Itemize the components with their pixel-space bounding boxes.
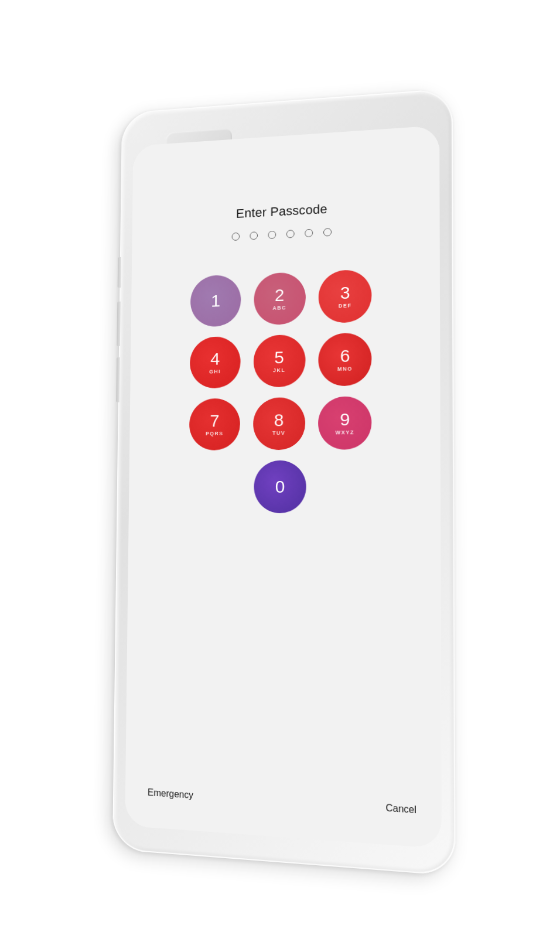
key-button-4[interactable]: 4 GHI bbox=[190, 336, 241, 389]
phone-device: Enter Passcode 1 2 ABC 3 bbox=[112, 88, 456, 876]
key-letters-6: MNO bbox=[337, 366, 353, 372]
emergency-button[interactable]: Emergency bbox=[148, 787, 193, 801]
key-letters-8: TUV bbox=[272, 430, 285, 436]
key-number-0: 0 bbox=[275, 478, 285, 496]
key-letters-5: JKL bbox=[273, 367, 285, 373]
phone-screen: Enter Passcode 1 2 ABC 3 bbox=[125, 125, 442, 849]
key-button-5[interactable]: 5 JKL bbox=[253, 334, 305, 388]
dot-5 bbox=[305, 229, 313, 237]
passcode-title: Enter Passcode bbox=[236, 202, 327, 221]
screen-content: Enter Passcode 1 2 ABC 3 bbox=[125, 125, 442, 849]
dot-3 bbox=[268, 231, 276, 239]
side-button-vol-up bbox=[117, 302, 121, 346]
dot-4 bbox=[286, 230, 295, 238]
dot-6 bbox=[323, 228, 332, 236]
dot-2 bbox=[250, 231, 258, 240]
key-number-6: 6 bbox=[340, 347, 350, 364]
key-number-5: 5 bbox=[274, 349, 284, 366]
key-letters-7: PQRS bbox=[206, 431, 223, 436]
key-button-6[interactable]: 6 MNO bbox=[319, 332, 372, 386]
key-button-3[interactable]: 3 DEF bbox=[319, 269, 372, 323]
key-number-7: 7 bbox=[210, 412, 219, 430]
passcode-dots bbox=[232, 228, 332, 241]
key-letters-9: WXYZ bbox=[336, 429, 354, 435]
side-button-vol-down bbox=[116, 357, 120, 402]
zero-row: 0 bbox=[189, 460, 375, 514]
key-letters-2: ABC bbox=[272, 305, 286, 311]
key-number-2: 2 bbox=[275, 286, 285, 304]
key-number-9: 9 bbox=[340, 411, 350, 428]
key-number-3: 3 bbox=[340, 284, 350, 302]
key-button-1[interactable]: 1 bbox=[190, 274, 241, 327]
key-button-7[interactable]: 7 PQRS bbox=[189, 398, 240, 450]
key-number-1: 1 bbox=[211, 292, 220, 310]
key-button-2[interactable]: 2 ABC bbox=[254, 272, 306, 325]
numpad: 1 2 ABC 3 DEF 4 GHI 5 JKL bbox=[189, 269, 375, 450]
key-letters-4: GHI bbox=[209, 368, 221, 374]
side-button-mute bbox=[118, 257, 121, 288]
key-letters-3: DEF bbox=[339, 303, 352, 309]
bottom-actions: Emergency Cancel bbox=[136, 787, 429, 823]
key-number-8: 8 bbox=[274, 411, 284, 429]
key-button-8[interactable]: 8 TUV bbox=[253, 397, 305, 450]
key-button-9[interactable]: 9 WXYZ bbox=[318, 396, 371, 450]
dot-1 bbox=[232, 233, 240, 241]
cancel-button[interactable]: Cancel bbox=[385, 803, 416, 815]
key-button-0[interactable]: 0 bbox=[254, 460, 306, 514]
key-number-4: 4 bbox=[210, 350, 220, 368]
